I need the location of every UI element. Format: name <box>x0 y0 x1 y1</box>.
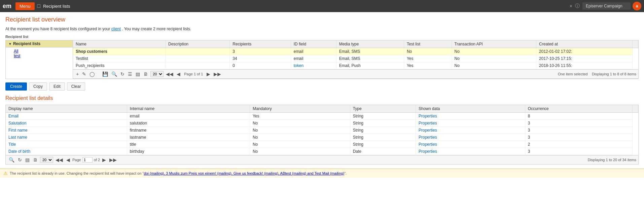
bt-export-icon[interactable]: 🗎 <box>32 156 39 163</box>
bt-search-icon[interactable]: 🔍 <box>8 156 15 163</box>
bt-prev-icon[interactable]: ◀ <box>65 156 71 163</box>
lastname-link[interactable]: Last name <box>8 135 27 140</box>
col-internal-name: Internal name <box>127 105 250 113</box>
details-row[interactable]: Date of birth birthday No Date Propertie… <box>6 148 638 155</box>
dob-link[interactable]: Date of birth <box>8 149 30 154</box>
cell-recipients: 0 <box>230 62 291 69</box>
col-spacer <box>633 40 638 48</box>
bt-filter-icon[interactable]: ▤ <box>24 156 31 163</box>
close-icon[interactable]: × <box>570 3 572 9</box>
warning-bar: ⚠ The recipient list is already in use. … <box>0 169 644 178</box>
table-row[interactable]: Testlist 34 email Email, SMS Yes No 2017… <box>73 55 638 62</box>
cell-id-field: token <box>291 62 336 69</box>
cell-media-type: Email, Push <box>336 62 404 69</box>
properties-link3[interactable]: Properties <box>419 128 437 133</box>
cell-recipients: 3 <box>230 48 291 55</box>
search-icon[interactable]: 🔍 <box>110 71 118 77</box>
bt-last-icon[interactable]: ▶▶ <box>108 156 118 163</box>
edit-button[interactable]: Edit <box>49 82 65 91</box>
tree-header: ▼ Recipient lists <box>6 40 73 47</box>
details-row[interactable]: Last name lastname No String Properties … <box>6 134 638 141</box>
help-icon[interactable]: ⓘ <box>575 3 580 9</box>
properties-link2[interactable]: Properties <box>419 121 437 126</box>
bt-per-page-select[interactable]: 20 <box>40 157 53 163</box>
details-row[interactable]: Salutation salutation No String Properti… <box>6 120 638 127</box>
columns-icon[interactable]: ▤ <box>135 71 141 77</box>
filter-icon[interactable]: ☰ <box>127 71 133 77</box>
tree-panel: ▼ Recipient lists All test <box>6 40 73 79</box>
page-title: Recipient list overview <box>5 16 639 23</box>
cell-test-list: Yes <box>404 62 452 69</box>
main-content: Recipient list overview At the moment yo… <box>0 12 644 169</box>
per-page-select[interactable]: 20 <box>150 71 164 77</box>
section-label: Recipient list <box>5 35 639 39</box>
tree-item-test[interactable]: test <box>14 54 70 58</box>
delete-icon[interactable]: ◯ <box>88 71 96 77</box>
client-link[interactable]: client <box>111 27 121 31</box>
cell-test-list: Yes <box>404 55 452 62</box>
cell-created-at: 2017-10-25 17:15: <box>536 55 633 62</box>
col-id-field: ID field <box>291 40 336 48</box>
page-icon: □ <box>37 3 41 9</box>
col-spacer2 <box>633 105 638 113</box>
refresh-icon[interactable]: ↻ <box>119 71 126 77</box>
bt-next-icon[interactable]: ▶ <box>101 156 107 163</box>
copy-button[interactable]: Copy <box>29 82 47 91</box>
bt-page-input[interactable] <box>82 157 93 163</box>
title-link[interactable]: Title <box>8 142 16 147</box>
tree-folder-icon: ▼ <box>8 42 12 46</box>
bt-refresh-icon[interactable]: ↻ <box>17 156 23 163</box>
prev-page-icon[interactable]: ◀ <box>176 71 181 77</box>
table-row[interactable]: Shop customers 3 email Email, SMS No No … <box>73 48 638 55</box>
warning-icon: ⚠ <box>3 171 8 176</box>
export-icon[interactable]: 🗎 <box>142 71 149 77</box>
tree-root-label: Recipient lists <box>13 41 40 46</box>
cell-description <box>166 48 230 55</box>
col-created-at: Created at <box>536 40 633 48</box>
tree-body: All test <box>6 47 73 60</box>
details-row[interactable]: Title title No String Properties 2 <box>6 141 638 148</box>
email-link[interactable]: Email <box>8 114 19 118</box>
details-row[interactable]: Email email Yes String Properties 8 <box>6 113 638 120</box>
details-title: Recipient list details <box>5 95 639 101</box>
cell-id-field: email <box>291 48 336 55</box>
col-shown-data: Shown data <box>416 105 525 113</box>
salutation-link[interactable]: Salutation <box>8 121 26 126</box>
info-text: At the moment you have 8 recipient lists… <box>5 27 639 31</box>
logo: em <box>3 3 11 10</box>
campaign-selector[interactable]: Episerver Campaign <box>582 2 631 10</box>
cell-id-field: email <box>291 55 336 62</box>
bt-first-icon[interactable]: ◀◀ <box>55 156 64 163</box>
first-page-icon[interactable]: ◀◀ <box>165 71 174 77</box>
bt-display-info: Displaying 1 to 20 of 34 items <box>588 158 636 162</box>
properties-link6[interactable]: Properties <box>419 149 437 154</box>
last-page-icon[interactable]: ▶▶ <box>213 71 222 77</box>
col-test-list: Test list <box>404 40 452 48</box>
tree-item-all[interactable]: All <box>14 49 70 54</box>
warning-link[interactable]: doi (mailing), 3 Muslis zum Preis von ei… <box>144 171 344 175</box>
recipient-list-table: Name Description Recipients ID field Med… <box>73 40 638 69</box>
grid-toolbar: + ✎ ◯ 💾 🔍 ↻ ☰ ▤ 🗎 20 ◀◀ ◀ Page 1 of 1 ▶ … <box>73 69 638 79</box>
clear-button[interactable]: Clear <box>67 82 85 91</box>
bottom-toolbar: 🔍 ↻ ▤ 🗎 20 ◀◀ ◀ Page of 2 ▶ ▶▶ Displayin… <box>6 155 638 164</box>
token-link[interactable]: token <box>294 63 303 68</box>
table-row[interactable]: Push_recipients 0 token Email, Push Yes … <box>73 62 638 69</box>
properties-link4[interactable]: Properties <box>419 135 437 140</box>
add-icon[interactable]: + <box>75 71 80 77</box>
properties-link[interactable]: Properties <box>419 114 437 118</box>
save-icon[interactable]: 💾 <box>101 71 109 77</box>
create-button[interactable]: Create <box>5 82 27 91</box>
col-display-name: Display name <box>6 105 127 113</box>
cell-media-type: Email, SMS <box>336 48 404 55</box>
properties-link5[interactable]: Properties <box>419 142 437 147</box>
col-recipients: Recipients <box>230 40 291 48</box>
col-mandatory: Mandatory <box>250 105 350 113</box>
col-occurrence: Occurrence <box>525 105 632 113</box>
details-row[interactable]: First name firstname No String Propertie… <box>6 127 638 134</box>
col-description: Description <box>166 40 230 48</box>
next-page-icon[interactable]: ▶ <box>206 71 211 77</box>
firstname-link[interactable]: First name <box>8 128 28 133</box>
cell-media-type: Email, SMS <box>336 55 404 62</box>
menu-button[interactable]: Menu <box>15 2 35 10</box>
edit-icon[interactable]: ✎ <box>81 71 87 77</box>
